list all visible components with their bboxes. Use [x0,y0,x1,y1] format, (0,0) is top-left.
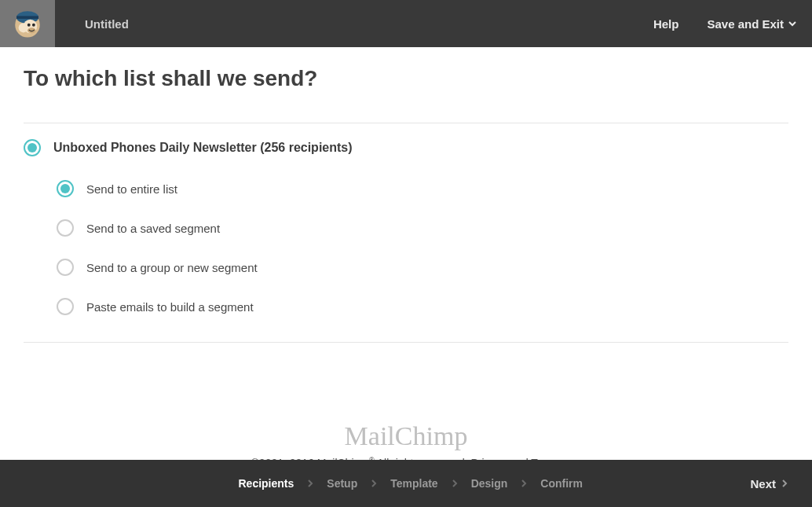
copyright-line: ©2001–2016 MailChimp® All rights reserve… [24,456,788,460]
step-setup[interactable]: Setup [327,477,357,490]
option-radio[interactable] [57,259,74,276]
svg-point-6 [32,24,35,27]
option-paste-emails[interactable]: Paste emails to build a segment [57,287,788,326]
registered-icon: ® [369,456,375,460]
copyright-pre: ©2001–2016 MailChimp [251,457,369,460]
content-scroll: To which list shall we send? Unboxed Pho… [0,47,812,460]
option-group-new-segment[interactable]: Send to a group or new segment [57,248,788,287]
list-selection-row[interactable]: Unboxed Phones Daily Newsletter (256 rec… [24,123,788,169]
step-recipients[interactable]: Recipients [238,477,294,490]
copyright-and: and [507,457,531,460]
page-title: To which list shall we send? [24,66,788,91]
step-confirm[interactable]: Confirm [540,477,583,490]
main-content: To which list shall we send? Unboxed Pho… [0,47,812,460]
logo-box[interactable] [0,0,55,47]
terms-link[interactable]: Terms [531,457,561,460]
radio-dot-icon [60,184,70,193]
radio-dot-icon [27,143,37,152]
top-bar: Untitled Help Save and Exit [0,0,812,47]
topbar-right: Help Save and Exit [653,17,812,31]
chevron-right-icon [306,479,314,487]
brand-logo-text: MailChimp [24,421,788,451]
option-label: Paste emails to build a segment [86,300,254,314]
chevron-right-icon [370,479,378,487]
step-template[interactable]: Template [390,477,437,490]
bottom-bar: Recipients Setup Template Design Confirm… [0,460,812,507]
chevron-right-icon [451,479,459,487]
chevron-right-icon [520,479,528,487]
option-label: Send to a saved segment [86,222,220,235]
next-button[interactable]: Next [750,477,788,490]
help-link[interactable]: Help [653,17,679,31]
document-title: Untitled [85,17,129,31]
step-design[interactable]: Design [471,477,508,490]
chevron-down-icon [788,20,796,28]
footer-brand: MailChimp ©2001–2016 MailChimp® All righ… [24,421,788,460]
list-label: Unboxed Phones Daily Newsletter (256 rec… [53,141,353,155]
chevron-right-icon [781,479,788,487]
mailchimp-logo-icon [11,7,44,40]
svg-rect-2 [16,16,38,19]
list-radio[interactable] [24,139,41,156]
wizard-steps: Recipients Setup Template Design Confirm [238,477,583,490]
svg-point-7 [27,28,36,33]
save-and-exit-button[interactable]: Save and Exit [707,17,796,31]
svg-point-4 [19,23,28,32]
svg-point-5 [27,24,31,27]
option-radio[interactable] [57,298,74,315]
option-radio[interactable] [57,180,74,197]
privacy-link[interactable]: Privacy [471,457,507,460]
option-saved-segment[interactable]: Send to a saved segment [57,208,788,248]
send-options: Send to entire list Send to a saved segm… [24,169,788,342]
divider [24,342,788,343]
copyright-post: All rights reserved. [375,457,471,460]
option-label: Send to a group or new segment [86,261,258,274]
option-radio[interactable] [57,219,74,237]
option-label: Send to entire list [86,182,177,196]
option-send-entire-list[interactable]: Send to entire list [57,169,788,208]
